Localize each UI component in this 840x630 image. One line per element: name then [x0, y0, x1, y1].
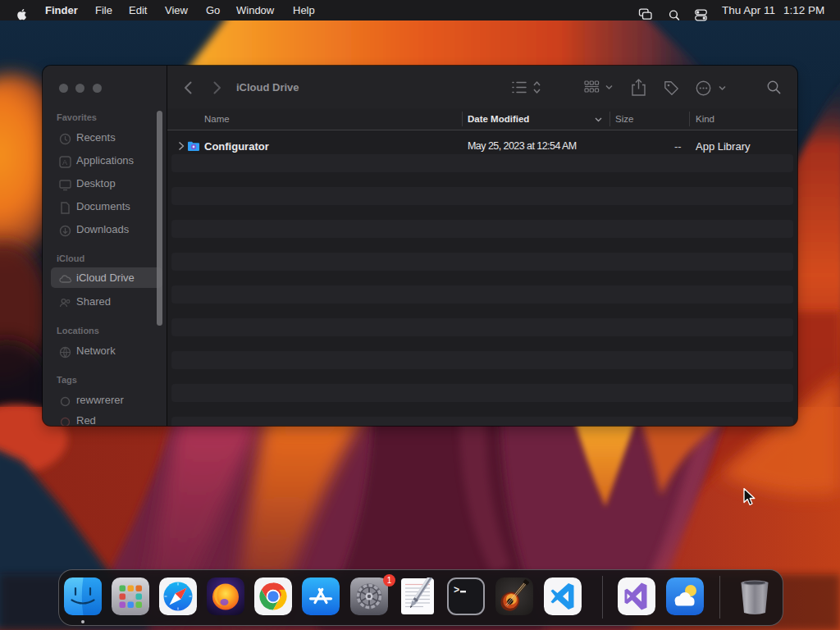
- svg-text:>: >: [454, 585, 459, 596]
- svg-text:A: A: [62, 158, 67, 167]
